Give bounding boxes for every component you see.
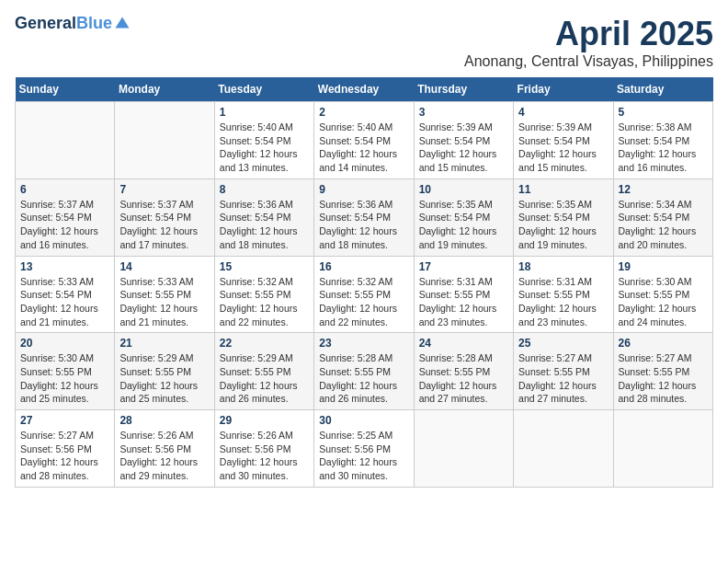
day-number: 11 (518, 183, 608, 196)
day-info: Sunrise: 5:28 AM Sunset: 5:55 PM Dayligh… (419, 351, 508, 406)
day-cell: 20Sunrise: 5:30 AM Sunset: 5:55 PM Dayli… (16, 333, 115, 410)
day-cell: 28Sunrise: 5:26 AM Sunset: 5:56 PM Dayli… (115, 410, 214, 488)
day-cell: 22Sunrise: 5:29 AM Sunset: 5:55 PM Dayli… (214, 333, 313, 410)
day-number: 21 (119, 337, 209, 350)
day-cell: 2Sunrise: 5:40 AM Sunset: 5:54 PM Daylig… (314, 102, 414, 179)
day-number: 19 (619, 260, 708, 273)
title-block: April 2025 Anonang, Central Visayas, Phi… (464, 15, 713, 70)
day-number: 24 (419, 337, 508, 350)
day-cell (115, 102, 214, 179)
day-info: Sunrise: 5:36 AM Sunset: 5:54 PM Dayligh… (319, 198, 408, 252)
day-cell: 16Sunrise: 5:32 AM Sunset: 5:55 PM Dayli… (314, 256, 414, 333)
day-cell: 30Sunrise: 5:25 AM Sunset: 5:56 PM Dayli… (314, 410, 414, 488)
day-cell: 26Sunrise: 5:27 AM Sunset: 5:55 PM Dayli… (613, 333, 712, 410)
day-number: 3 (419, 106, 508, 119)
day-number: 15 (220, 260, 309, 273)
weekday-header-row: SundayMondayTuesdayWednesdayThursdayFrid… (16, 77, 713, 102)
weekday-header-friday: Friday (514, 77, 613, 102)
day-number: 2 (319, 106, 408, 119)
day-number: 1 (220, 106, 309, 119)
day-info: Sunrise: 5:25 AM Sunset: 5:56 PM Dayligh… (319, 429, 408, 483)
day-info: Sunrise: 5:27 AM Sunset: 5:55 PM Dayligh… (619, 351, 708, 406)
day-cell: 4Sunrise: 5:39 AM Sunset: 5:54 PM Daylig… (514, 102, 613, 179)
day-info: Sunrise: 5:26 AM Sunset: 5:56 PM Dayligh… (220, 429, 309, 483)
day-cell: 10Sunrise: 5:35 AM Sunset: 5:54 PM Dayli… (414, 178, 513, 256)
day-info: Sunrise: 5:33 AM Sunset: 5:55 PM Dayligh… (119, 275, 209, 329)
day-number: 26 (619, 337, 708, 350)
day-cell: 27Sunrise: 5:27 AM Sunset: 5:56 PM Dayli… (16, 410, 115, 488)
day-cell: 6Sunrise: 5:37 AM Sunset: 5:54 PM Daylig… (16, 178, 115, 256)
day-info: Sunrise: 5:34 AM Sunset: 5:54 PM Dayligh… (619, 198, 708, 252)
day-number: 16 (319, 260, 408, 273)
day-number: 17 (419, 260, 508, 273)
day-number: 28 (119, 414, 209, 427)
day-cell: 3Sunrise: 5:39 AM Sunset: 5:54 PM Daylig… (414, 102, 513, 179)
day-number: 9 (319, 183, 408, 196)
day-info: Sunrise: 5:35 AM Sunset: 5:54 PM Dayligh… (419, 198, 508, 252)
day-info: Sunrise: 5:35 AM Sunset: 5:54 PM Dayligh… (518, 198, 608, 252)
day-cell: 12Sunrise: 5:34 AM Sunset: 5:54 PM Dayli… (613, 178, 712, 256)
day-info: Sunrise: 5:38 AM Sunset: 5:54 PM Dayligh… (619, 121, 708, 175)
day-number: 30 (319, 414, 408, 427)
week-row-5: 27Sunrise: 5:27 AM Sunset: 5:56 PM Dayli… (16, 410, 713, 488)
day-cell (613, 410, 712, 488)
day-info: Sunrise: 5:31 AM Sunset: 5:55 PM Dayligh… (518, 275, 608, 329)
day-info: Sunrise: 5:37 AM Sunset: 5:54 PM Dayligh… (119, 198, 209, 252)
day-cell: 11Sunrise: 5:35 AM Sunset: 5:54 PM Dayli… (514, 178, 613, 256)
logo-text: GeneralBlue (15, 15, 112, 33)
day-cell: 29Sunrise: 5:26 AM Sunset: 5:56 PM Dayli… (214, 410, 313, 488)
day-info: Sunrise: 5:40 AM Sunset: 5:54 PM Dayligh… (220, 121, 309, 175)
day-number: 25 (518, 337, 608, 350)
day-cell: 1Sunrise: 5:40 AM Sunset: 5:54 PM Daylig… (214, 102, 313, 179)
day-cell: 5Sunrise: 5:38 AM Sunset: 5:54 PM Daylig… (613, 102, 712, 179)
day-info: Sunrise: 5:30 AM Sunset: 5:55 PM Dayligh… (619, 275, 708, 329)
day-number: 10 (419, 183, 508, 196)
day-info: Sunrise: 5:27 AM Sunset: 5:55 PM Dayligh… (518, 351, 608, 406)
day-cell: 24Sunrise: 5:28 AM Sunset: 5:55 PM Dayli… (414, 333, 513, 410)
month-title: April 2025 (464, 15, 713, 53)
weekday-header-saturday: Saturday (613, 77, 712, 102)
day-cell: 18Sunrise: 5:31 AM Sunset: 5:55 PM Dayli… (514, 256, 613, 333)
day-cell: 14Sunrise: 5:33 AM Sunset: 5:55 PM Dayli… (115, 256, 214, 333)
day-cell: 13Sunrise: 5:33 AM Sunset: 5:54 PM Dayli… (16, 256, 115, 333)
day-number: 20 (20, 337, 109, 350)
day-number: 12 (619, 183, 708, 196)
weekday-header-wednesday: Wednesday (314, 77, 414, 102)
day-number: 23 (319, 337, 408, 350)
day-info: Sunrise: 5:29 AM Sunset: 5:55 PM Dayligh… (119, 351, 209, 406)
day-number: 7 (119, 183, 209, 196)
week-row-4: 20Sunrise: 5:30 AM Sunset: 5:55 PM Dayli… (16, 333, 713, 410)
week-row-2: 6Sunrise: 5:37 AM Sunset: 5:54 PM Daylig… (16, 178, 713, 256)
day-number: 4 (518, 106, 608, 119)
day-cell: 7Sunrise: 5:37 AM Sunset: 5:54 PM Daylig… (115, 178, 214, 256)
day-info: Sunrise: 5:29 AM Sunset: 5:55 PM Dayligh… (220, 351, 309, 406)
weekday-header-tuesday: Tuesday (214, 77, 313, 102)
week-row-3: 13Sunrise: 5:33 AM Sunset: 5:54 PM Dayli… (16, 256, 713, 333)
day-info: Sunrise: 5:33 AM Sunset: 5:54 PM Dayligh… (20, 275, 109, 329)
weekday-header-sunday: Sunday (16, 77, 115, 102)
page-header: GeneralBlue April 2025 Anonang, Central … (15, 15, 713, 70)
logo: GeneralBlue (15, 15, 131, 33)
day-cell: 21Sunrise: 5:29 AM Sunset: 5:55 PM Dayli… (115, 333, 214, 410)
day-cell: 25Sunrise: 5:27 AM Sunset: 5:55 PM Dayli… (514, 333, 613, 410)
day-info: Sunrise: 5:32 AM Sunset: 5:55 PM Dayligh… (220, 275, 309, 329)
logo-icon (114, 16, 131, 32)
day-info: Sunrise: 5:31 AM Sunset: 5:55 PM Dayligh… (419, 275, 508, 329)
day-info: Sunrise: 5:39 AM Sunset: 5:54 PM Dayligh… (518, 121, 608, 175)
day-cell: 15Sunrise: 5:32 AM Sunset: 5:55 PM Dayli… (214, 256, 313, 333)
day-cell: 23Sunrise: 5:28 AM Sunset: 5:55 PM Dayli… (314, 333, 414, 410)
svg-marker-0 (116, 17, 130, 28)
day-number: 6 (20, 183, 109, 196)
day-info: Sunrise: 5:40 AM Sunset: 5:54 PM Dayligh… (319, 121, 408, 175)
week-row-1: 1Sunrise: 5:40 AM Sunset: 5:54 PM Daylig… (16, 102, 713, 179)
day-cell: 17Sunrise: 5:31 AM Sunset: 5:55 PM Dayli… (414, 256, 513, 333)
day-info: Sunrise: 5:26 AM Sunset: 5:56 PM Dayligh… (119, 429, 209, 483)
day-info: Sunrise: 5:28 AM Sunset: 5:55 PM Dayligh… (319, 351, 408, 406)
day-number: 18 (518, 260, 608, 273)
day-number: 27 (20, 414, 109, 427)
day-number: 29 (220, 414, 309, 427)
day-number: 14 (119, 260, 209, 273)
day-number: 5 (619, 106, 708, 119)
weekday-header-monday: Monday (115, 77, 214, 102)
day-number: 13 (20, 260, 109, 273)
